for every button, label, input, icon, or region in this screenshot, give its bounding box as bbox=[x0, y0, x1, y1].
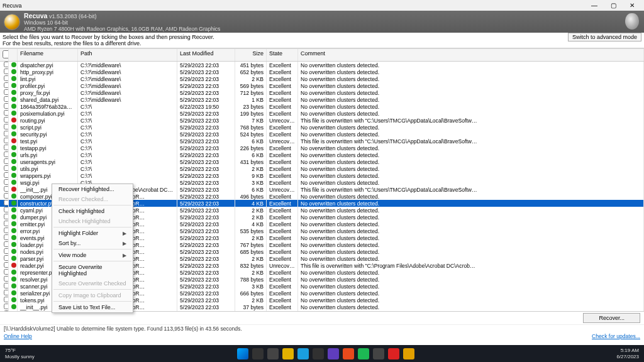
menu-sort-by[interactable]: Sort by...▶ bbox=[52, 238, 133, 248]
recover-button[interactable]: Recover... bbox=[583, 313, 640, 323]
row-checkbox[interactable] bbox=[4, 276, 9, 282]
app3-icon[interactable] bbox=[388, 348, 399, 359]
row-checkbox[interactable] bbox=[4, 75, 9, 81]
header-checkbox[interactable] bbox=[0, 49, 9, 61]
terminal-icon[interactable] bbox=[313, 348, 324, 359]
row-checkbox[interactable] bbox=[4, 131, 9, 136]
row-checkbox[interactable] bbox=[4, 290, 9, 295]
file-explorer-icon[interactable] bbox=[282, 348, 294, 359]
row-checkbox[interactable] bbox=[4, 151, 9, 157]
menu-check-highlighted[interactable]: Check Highlighted bbox=[52, 206, 133, 216]
status-dot-icon bbox=[11, 166, 16, 171]
row-checkbox[interactable] bbox=[4, 89, 9, 95]
online-help-link[interactable]: Online Help bbox=[4, 333, 32, 339]
window-titlebar: Recuva — ▢ ✕ bbox=[0, 0, 644, 11]
header-size[interactable]: Size bbox=[235, 49, 267, 61]
header-last-modified[interactable]: Last Modified bbox=[177, 49, 235, 61]
status-dot-icon bbox=[11, 249, 16, 254]
chevron-right-icon: ▶ bbox=[123, 253, 126, 258]
status-dot-icon bbox=[11, 263, 16, 268]
row-checkbox[interactable] bbox=[4, 214, 9, 219]
app2-icon[interactable] bbox=[373, 348, 384, 359]
row-checkbox[interactable] bbox=[4, 228, 9, 233]
status-dot-icon bbox=[11, 304, 16, 309]
status-dot-icon bbox=[11, 62, 16, 67]
edge-icon[interactable] bbox=[297, 348, 309, 359]
check-updates-link[interactable]: Check for updates... bbox=[592, 333, 640, 339]
header-filename[interactable]: Filename bbox=[18, 49, 78, 61]
status-dot-icon bbox=[11, 111, 16, 116]
row-checkbox[interactable] bbox=[4, 172, 9, 178]
row-checkbox[interactable] bbox=[4, 255, 9, 261]
vscode-icon[interactable] bbox=[328, 348, 339, 359]
row-checkbox[interactable] bbox=[4, 158, 9, 164]
row-checkbox[interactable] bbox=[4, 269, 9, 275]
status-dot-icon bbox=[11, 131, 16, 136]
instruction-line1: Select the files you want to Recover by … bbox=[3, 34, 641, 40]
status-dot-icon bbox=[11, 118, 16, 123]
search-icon[interactable] bbox=[252, 348, 264, 359]
row-checkbox[interactable] bbox=[4, 207, 9, 212]
row-checkbox[interactable] bbox=[4, 297, 9, 302]
status-dot-icon bbox=[11, 159, 16, 164]
header-path[interactable]: Path bbox=[78, 49, 177, 61]
row-checkbox[interactable] bbox=[4, 304, 9, 309]
menu-secure-overwrite-highlighted[interactable]: Secure Overwrite Highlighted bbox=[52, 262, 133, 278]
row-checkbox[interactable] bbox=[4, 262, 9, 268]
task-view-icon[interactable] bbox=[267, 348, 279, 359]
close-button[interactable]: ✕ bbox=[623, 2, 641, 9]
status-dot-icon bbox=[11, 97, 16, 102]
row-checkbox[interactable] bbox=[4, 193, 9, 199]
menu-highlight-folder[interactable]: Highlight Folder▶ bbox=[52, 228, 133, 238]
header-comment[interactable]: Comment bbox=[298, 49, 644, 61]
menu-recover-highlighted[interactable]: Recover Highlighted... bbox=[52, 184, 133, 194]
os-line: Windows 10 64-bit bbox=[24, 19, 220, 26]
spotify-icon[interactable] bbox=[358, 348, 369, 359]
status-dot-icon bbox=[11, 200, 16, 206]
app-logo-icon bbox=[4, 14, 20, 30]
instruction-line2: For the best results, restore the files … bbox=[3, 40, 641, 47]
status-dot-icon bbox=[11, 235, 16, 240]
row-checkbox[interactable] bbox=[4, 234, 9, 240]
row-checkbox[interactable] bbox=[4, 124, 9, 129]
app-icon[interactable] bbox=[343, 348, 354, 359]
row-checkbox[interactable] bbox=[4, 179, 9, 185]
advanced-mode-button[interactable]: Switch to advanced mode bbox=[568, 33, 641, 41]
menu-view-mode[interactable]: View mode▶ bbox=[52, 250, 133, 260]
row-checkbox[interactable] bbox=[4, 69, 9, 74]
taskbar-clock[interactable]: 5:19 AM 6/27/2023 bbox=[611, 348, 644, 360]
row-checkbox[interactable] bbox=[4, 186, 9, 192]
maximize-button[interactable]: ▢ bbox=[604, 2, 623, 9]
row-checkbox[interactable] bbox=[4, 145, 9, 150]
row-checkbox[interactable] bbox=[4, 241, 9, 247]
row-checkbox[interactable] bbox=[4, 96, 9, 102]
menu-save-list[interactable]: Save List to Text File... bbox=[52, 302, 133, 312]
row-checkbox[interactable] bbox=[4, 103, 9, 109]
status-dot-icon bbox=[11, 83, 16, 88]
row-checkbox[interactable] bbox=[4, 138, 9, 143]
row-checkbox[interactable] bbox=[4, 62, 9, 67]
minimize-button[interactable]: — bbox=[585, 2, 604, 9]
row-checkbox[interactable] bbox=[4, 110, 9, 116]
row-checkbox[interactable] bbox=[4, 283, 9, 288]
row-checkbox[interactable] bbox=[4, 165, 9, 171]
status-dot-icon bbox=[11, 104, 16, 109]
row-checkbox[interactable] bbox=[4, 248, 9, 254]
status-dot-icon bbox=[11, 90, 16, 95]
taskbar-weather[interactable]: 75°F Mostly sunny bbox=[0, 348, 40, 360]
status-dot-icon bbox=[11, 207, 16, 212]
status-dot-icon bbox=[11, 290, 16, 295]
row-checkbox[interactable] bbox=[4, 200, 9, 206]
status-dot-icon bbox=[11, 256, 16, 261]
status-dot-icon bbox=[11, 194, 16, 199]
piriform-logo-icon bbox=[625, 13, 639, 30]
app-title: Recuva bbox=[3, 3, 22, 9]
header-state[interactable]: State bbox=[267, 49, 298, 61]
row-checkbox[interactable] bbox=[4, 117, 9, 123]
windows-taskbar[interactable]: 75°F Mostly sunny 5:19 AM 6/27/2023 bbox=[0, 345, 644, 362]
row-checkbox[interactable] bbox=[4, 221, 9, 226]
app-header: Recuva v1.53.2083 (64-bit) Windows 10 64… bbox=[0, 11, 644, 33]
row-checkbox[interactable] bbox=[4, 82, 9, 88]
recuva-taskbar-icon[interactable] bbox=[403, 348, 414, 359]
start-button-icon[interactable] bbox=[237, 348, 248, 359]
